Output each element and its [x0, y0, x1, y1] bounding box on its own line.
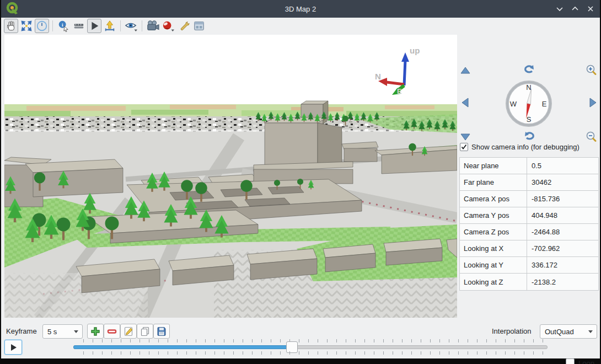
plus-icon [90, 326, 101, 337]
loop-label: Loop [578, 359, 594, 364]
loop-checkbox[interactable] [566, 358, 575, 364]
camera-info-value: 404.948 [527, 211, 598, 220]
zoom-full-extent-icon [20, 20, 33, 32]
add-keyframe-button[interactable] [87, 324, 104, 339]
axis-east-label: E [397, 87, 402, 95]
rotate-ccw-icon [523, 63, 535, 76]
table-row: Looking at X -702.962 [460, 240, 598, 257]
zoom-out-button[interactable] [584, 130, 598, 143]
duplicate-keyframe-button[interactable] [137, 324, 153, 339]
playback-row: Loop [1, 339, 600, 357]
interpolation-label: Interpolation [492, 327, 532, 335]
table-row: Camera Y pos 404.948 [460, 207, 598, 224]
rotate-cw-button[interactable] [523, 130, 536, 143]
play-icon [9, 344, 17, 351]
measure-line-button[interactable] [72, 19, 86, 33]
arrow-down-icon [460, 131, 471, 142]
camera-info-label: Far plane [460, 174, 527, 190]
export-scene-button[interactable] [103, 19, 117, 33]
close-button[interactable] [586, 4, 595, 14]
window-body: i [1, 18, 600, 358]
slider-ticks [83, 351, 545, 355]
zoom-in-button[interactable] [584, 63, 598, 77]
save-animation-button[interactable] [153, 324, 170, 339]
rotate-cw-icon [523, 130, 535, 142]
camera-icon [146, 20, 159, 32]
camera-info-label: Looking at Z [460, 274, 527, 290]
table-row: Looking at Y 336.172 [460, 257, 598, 274]
visibility-eye-icon [125, 20, 138, 32]
keyframe-dropdown-value: 5 s [47, 328, 57, 336]
visibility-menu-button[interactable] [124, 19, 138, 33]
table-row: Camera X pos -815.736 [460, 191, 598, 207]
camera-info-value: -815.736 [527, 195, 598, 203]
minus-icon [106, 326, 117, 337]
edit-keyframe-button[interactable] [120, 324, 137, 339]
set-view-angle-button[interactable] [35, 19, 49, 33]
camera-info-table: Near plane 0.5 Far plane 30462 Camera X … [459, 157, 599, 291]
3d-scene: up N E [4, 35, 457, 318]
configure-wrench-icon [178, 20, 190, 32]
camera-info-value: -2464.88 [527, 228, 598, 236]
chevron-down-icon [74, 330, 78, 333]
maximize-button[interactable] [570, 4, 580, 14]
compass-s-label: S [527, 115, 532, 124]
camera-nav-widget: N E S W [458, 41, 600, 141]
export-scene-icon [104, 20, 116, 32]
zoom-in-icon [585, 64, 597, 76]
zoom-out-icon [585, 131, 597, 143]
dock-options-button[interactable] [192, 19, 206, 33]
chevron-up-icon [571, 5, 579, 13]
camera-info-label: Camera X pos [460, 191, 527, 207]
table-row: Far plane 30462 [460, 174, 598, 191]
pencil-icon [123, 326, 134, 337]
rotate-ccw-button[interactable] [523, 63, 536, 76]
close-icon [587, 5, 594, 13]
zoom-full-button[interactable] [19, 19, 34, 33]
table-row: Near plane 0.5 [460, 158, 598, 174]
identify-icon: i [57, 20, 69, 32]
configure-button[interactable] [176, 19, 191, 33]
camera-button[interactable] [146, 19, 160, 33]
navigation-panel: N E S W [458, 35, 600, 318]
play-button[interactable] [4, 340, 22, 355]
save-floppy-icon [156, 326, 167, 337]
animations-button[interactable] [87, 19, 101, 33]
set-view-angle-icon [36, 20, 48, 32]
camera-info-label: Camera Z pos [460, 224, 527, 240]
camera-info-label: Looking at Y [460, 257, 527, 273]
animation-slider[interactable] [73, 339, 548, 357]
show-camera-info-label: Show camera info (for debugging) [471, 143, 579, 151]
interpolation-dropdown-value: OutQuad [545, 328, 574, 336]
camera-info-value: -702.962 [527, 244, 598, 253]
interpolation-dropdown[interactable]: OutQuad [540, 324, 597, 339]
loop-control: Loop [566, 358, 594, 364]
identify-button[interactable]: i [56, 19, 71, 33]
pan-camera-button[interactable] [4, 19, 18, 33]
move-right-button[interactable] [586, 96, 599, 109]
table-row: Camera Z pos -2464.88 [460, 224, 598, 240]
animation-bar: Keyframe 5 s [1, 322, 600, 358]
copy-icon [139, 326, 151, 337]
axis-up-label: up [410, 46, 420, 55]
tilt-up-button[interactable] [459, 64, 472, 77]
compass-e-label: E [542, 100, 547, 108]
minimize-button[interactable] [555, 4, 565, 14]
camera-info-value: 30462 [527, 178, 598, 186]
remove-keyframe-button[interactable] [104, 324, 120, 339]
keyframe-dropdown[interactable]: 5 s [42, 324, 83, 339]
compass[interactable]: N E S W [505, 80, 552, 130]
tilt-down-button[interactable] [459, 130, 472, 143]
move-left-button[interactable] [459, 96, 472, 109]
window-title: 3D Map 2 [1, 5, 600, 13]
3d-viewport[interactable]: up N E [4, 35, 457, 318]
effects-menu-button[interactable] [161, 19, 175, 33]
show-camera-info-checkbox[interactable]: Show camera info (for debugging) [460, 143, 579, 151]
toolbar-separator [52, 20, 53, 31]
arrow-up-icon [460, 65, 471, 76]
compass-n-label: N [526, 83, 531, 92]
chevron-down-icon [556, 5, 564, 13]
effects-sphere-icon [162, 20, 175, 32]
arrow-left-icon [460, 97, 471, 108]
camera-info-value: 336.172 [527, 261, 598, 269]
